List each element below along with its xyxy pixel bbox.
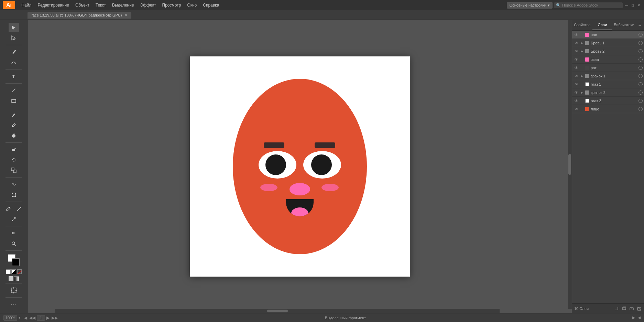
- artboard-number-input[interactable]: 1: [37, 315, 45, 321]
- make-sublayer-button[interactable]: [614, 306, 619, 311]
- status-arrow-left[interactable]: ◀: [638, 315, 641, 320]
- scale-tool[interactable]: [9, 165, 19, 175]
- zoom-dropdown[interactable]: ▾: [19, 315, 21, 320]
- panel-menu-button[interactable]: ≡: [636, 20, 644, 30]
- menu-select[interactable]: Выделение: [109, 1, 137, 9]
- layer-expand-yazyk[interactable]: [580, 57, 584, 62]
- menu-help[interactable]: Справка: [200, 1, 222, 9]
- layer-expand-rot[interactable]: [580, 66, 584, 70]
- menu-window[interactable]: Окно: [184, 1, 199, 9]
- direct-selection-tool[interactable]: [9, 33, 19, 43]
- layer-brov1[interactable]: 👁 ▶ Бровь 1: [572, 39, 644, 47]
- more-tools[interactable]: ···: [9, 300, 19, 309]
- h-scrollbar[interactable]: [55, 309, 500, 313]
- gradient-tool[interactable]: [9, 228, 19, 238]
- add-new-layer-button[interactable]: [629, 306, 634, 311]
- warp-tool[interactable]: [9, 180, 19, 189]
- layer-glaz1[interactable]: 👁 глаз 1: [572, 80, 644, 88]
- prev-artboard-button[interactable]: ◀: [23, 315, 28, 320]
- normal-mode[interactable]: [6, 269, 11, 274]
- rotate-tool[interactable]: [9, 155, 19, 165]
- eraser-tool[interactable]: [9, 145, 19, 154]
- layer-expand-glaz2[interactable]: [580, 99, 584, 103]
- properties-tab[interactable]: Свойства: [572, 20, 592, 30]
- layer-target-glaz2[interactable]: [638, 99, 643, 103]
- artboard-tool[interactable]: [9, 286, 19, 295]
- delete-layer-button[interactable]: [636, 306, 642, 311]
- layer-expand-zrachok2[interactable]: ▶: [580, 90, 584, 95]
- layer-visibility-zrachok1[interactable]: 👁: [574, 73, 579, 79]
- layer-target-litso[interactable]: [638, 107, 643, 111]
- none-swatch[interactable]: [17, 269, 22, 274]
- layer-visibility-glaz2[interactable]: 👁: [574, 98, 579, 104]
- menu-file[interactable]: Файл: [19, 1, 34, 9]
- layer-visibility-glaz1[interactable]: 👁: [574, 82, 579, 87]
- layer-expand-litso[interactable]: [580, 107, 584, 111]
- status-arrow[interactable]: ▶: [632, 315, 635, 320]
- layer-visibility-brov2[interactable]: 👁: [574, 49, 579, 54]
- layer-visibility-nos[interactable]: 👁: [574, 32, 579, 37]
- last-artboard-button[interactable]: ▶▶: [51, 315, 58, 320]
- layer-target-rot[interactable]: [638, 66, 643, 70]
- layer-visibility-zrachok2[interactable]: 👁: [574, 90, 579, 95]
- stroke-color[interactable]: [12, 258, 20, 266]
- zoom-tool[interactable]: [9, 239, 19, 248]
- gradient-mode-swatch[interactable]: [14, 276, 19, 281]
- layer-target-yazyk[interactable]: [638, 57, 643, 62]
- blend-tool[interactable]: [9, 214, 19, 224]
- layer-expand-zrachok1[interactable]: ▶: [580, 74, 584, 78]
- layer-brov2[interactable]: 👁 ▶ Бровь 2: [572, 47, 644, 55]
- v-scrollbar[interactable]: [568, 20, 572, 309]
- layer-expand-glaz1[interactable]: [580, 82, 584, 86]
- solid-color-swatch[interactable]: [9, 276, 13, 281]
- first-artboard-button[interactable]: ◀◀: [29, 315, 36, 320]
- layer-target-brov1[interactable]: [638, 41, 643, 45]
- eyedropper-tool[interactable]: [3, 204, 13, 214]
- layer-litso[interactable]: 👁 лицо: [572, 105, 644, 113]
- layer-visibility-yazyk[interactable]: 👁: [574, 57, 579, 62]
- pencil-tool[interactable]: [9, 120, 19, 130]
- menu-view[interactable]: Просмотр: [160, 1, 184, 9]
- layer-rot[interactable]: 👁 рот: [572, 64, 644, 72]
- next-artboard-button[interactable]: ▶: [46, 315, 50, 320]
- rectangle-tool[interactable]: [9, 96, 19, 106]
- gradient-swatch[interactable]: [11, 269, 16, 274]
- layer-expand-nos[interactable]: [580, 33, 584, 37]
- paintbrush-tool[interactable]: [9, 110, 19, 120]
- layer-target-zrachok2[interactable]: [638, 90, 643, 95]
- layer-expand-brov2[interactable]: ▶: [580, 49, 584, 53]
- layers-tab[interactable]: Слои: [592, 20, 613, 30]
- layer-yazyk[interactable]: 👁 язык: [572, 55, 644, 64]
- layer-expand-brov1[interactable]: ▶: [580, 41, 584, 45]
- menu-object[interactable]: Объект: [73, 1, 92, 9]
- blob-brush-tool[interactable]: [9, 131, 19, 140]
- workspace-button[interactable]: Основные настройки ▾: [507, 2, 553, 9]
- layer-visibility-rot[interactable]: 👁: [574, 65, 579, 71]
- layer-target-glaz1[interactable]: [638, 82, 643, 86]
- menu-edit[interactable]: Редактирование: [35, 1, 72, 9]
- menu-effect[interactable]: Эффект: [138, 1, 159, 9]
- search-bar[interactable]: 🔍 Поиск в Adobe Stock: [554, 2, 623, 8]
- layer-zrachok2[interactable]: 👁 ▶ зрачок 2: [572, 88, 644, 97]
- create-layer-button[interactable]: [621, 306, 627, 311]
- tab-close-button[interactable]: ✕: [124, 13, 127, 17]
- layer-target-zrachok1[interactable]: [638, 74, 643, 78]
- curvature-tool[interactable]: [9, 57, 19, 67]
- layer-nos[interactable]: 👁 нос: [572, 31, 644, 39]
- libraries-tab[interactable]: Библиотеки: [612, 20, 636, 30]
- document-tab[interactable]: face 13.29.50.ai @ 100% (RGB/Предпросмот…: [28, 12, 131, 19]
- measure-tool[interactable]: [14, 204, 24, 214]
- color-boxes[interactable]: [8, 254, 20, 266]
- minimize-button[interactable]: —: [624, 3, 629, 8]
- line-tool[interactable]: [9, 86, 19, 95]
- maximize-button[interactable]: □: [630, 3, 635, 8]
- layer-glaz2[interactable]: 👁 глаз 2: [572, 97, 644, 105]
- free-transform-tool[interactable]: [9, 190, 19, 200]
- layer-zrachok1[interactable]: 👁 ▶ зрачок 1: [572, 72, 644, 80]
- type-tool[interactable]: T: [9, 72, 19, 81]
- pen-tool[interactable]: [9, 47, 19, 57]
- selection-tool[interactable]: [9, 23, 19, 32]
- zoom-input[interactable]: 100%: [3, 315, 17, 321]
- layer-visibility-litso[interactable]: 👁: [574, 106, 579, 112]
- menu-text[interactable]: Текст: [93, 1, 109, 9]
